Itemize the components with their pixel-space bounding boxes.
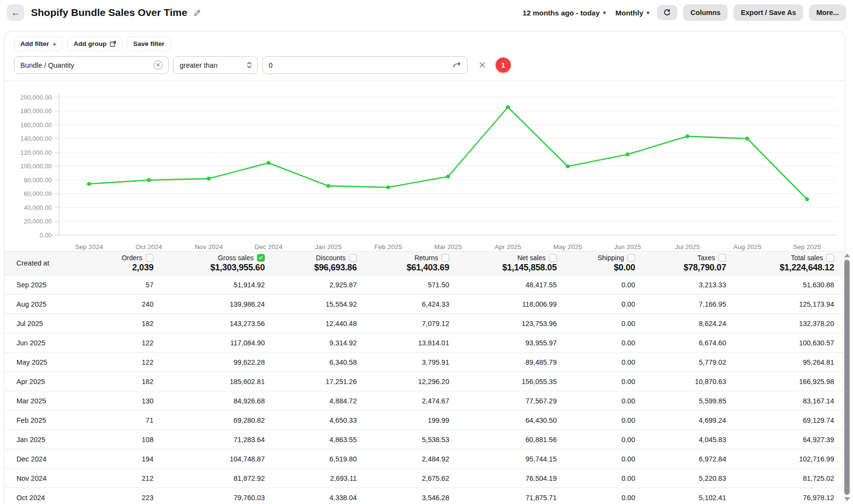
column-checkbox[interactable] — [349, 254, 357, 262]
data-point-aug-2025[interactable] — [746, 137, 749, 141]
data-point-jul-2025[interactable] — [685, 134, 689, 138]
row-period: May 2025 — [4, 353, 77, 371]
x-axis-tick-label: Mar 2025 — [434, 243, 462, 251]
table-row[interactable]: Aug 2025240139,986.2415,554.926,424.3311… — [4, 295, 845, 314]
row-value: 5,538.53 — [357, 430, 449, 449]
granularity-dropdown[interactable]: Monthly ▾ — [613, 6, 651, 20]
select-chevrons-icon — [247, 62, 252, 68]
y-axis-tick-label: 80,000.00 — [24, 177, 52, 184]
table-row[interactable]: Apr 2025182185,602.8117,251.2612,296.201… — [4, 372, 845, 391]
column-checkbox[interactable] — [146, 254, 153, 262]
column-label: Taxes — [697, 254, 715, 262]
columns-button[interactable]: Columns — [683, 4, 728, 21]
row-value: 95,264.81 — [726, 353, 834, 371]
data-point-sep-2025[interactable] — [805, 197, 809, 201]
remove-filter-button[interactable]: ✕ — [478, 59, 486, 71]
data-point-feb-2025[interactable] — [386, 185, 390, 189]
row-value: 0.00 — [557, 488, 635, 504]
row-period: Oct 2024 — [4, 488, 77, 504]
column-label: Net sales — [518, 254, 546, 262]
scrollbar-thumb[interactable] — [844, 260, 850, 495]
table-row[interactable]: Jan 202510871,283.644,863.555,538.5360,8… — [4, 430, 845, 449]
table-row[interactable]: Mar 202513084,926.684,884.722,474.6777,5… — [4, 391, 845, 411]
data-point-oct-2024[interactable] — [147, 178, 151, 182]
save-filter-button[interactable]: Save filter — [127, 36, 171, 51]
row-value: 79,760.03 — [153, 488, 265, 504]
column-label: Discounts — [316, 254, 346, 262]
table-row[interactable]: Oct 202422379,760.034,338.043,546.2871,8… — [4, 488, 845, 504]
row-value: 0.00 — [557, 391, 635, 410]
table-row[interactable]: Feb 20257169,280.824,650.33199.9964,430.… — [4, 411, 845, 430]
export-save-as-button[interactable]: Export / Save As — [733, 4, 803, 21]
column-checkbox[interactable] — [549, 254, 557, 262]
column-checkbox[interactable] — [627, 254, 635, 262]
row-value: 199.99 — [357, 411, 449, 430]
table-row[interactable]: May 202512299,622.286,340.583,795.9189,4… — [4, 353, 845, 372]
column-checkbox[interactable] — [718, 254, 726, 262]
x-axis-tick-label: Aug 2025 — [733, 243, 762, 251]
data-point-jun-2025[interactable] — [625, 152, 629, 156]
table-row[interactable]: Jun 2025122117,084.909,314.9213,814.0193… — [4, 333, 845, 353]
column-checkbox-checked[interactable]: ✓ — [257, 254, 265, 262]
back-arrow-icon: ← — [11, 8, 20, 18]
column-checkbox[interactable] — [442, 254, 449, 262]
table-row[interactable]: Nov 202421281,872.922,693.112,675.6276,5… — [4, 469, 845, 488]
x-axis-tick-label: Dec 2024 — [255, 243, 283, 251]
row-value: 3,213.33 — [635, 275, 726, 294]
scroll-down-icon[interactable] — [844, 497, 850, 501]
row-period: Jul 2025 — [4, 314, 77, 333]
column-checkbox[interactable] — [826, 254, 834, 262]
clear-field-icon[interactable]: ✕ — [153, 60, 163, 70]
row-value: 4,863.55 — [265, 430, 357, 449]
redo-icon[interactable] — [453, 62, 461, 69]
column-header-total-sales: Total sales$1,224,648.12 — [726, 252, 834, 275]
add-filter-button[interactable]: Add filter + — [14, 36, 63, 51]
y-axis-tick-label: 120,000.00 — [20, 149, 52, 156]
row-period: Apr 2025 — [4, 372, 77, 391]
data-point-jan-2025[interactable] — [326, 184, 330, 188]
edit-title-icon[interactable] — [193, 9, 201, 17]
row-value: 143,273.56 — [153, 314, 265, 333]
row-value: 0.00 — [557, 372, 635, 391]
row-value: 8,624.24 — [635, 314, 726, 333]
data-point-mar-2025[interactable] — [446, 175, 450, 178]
filter-field-input[interactable]: Bundle / Quantity ✕ — [14, 56, 169, 74]
row-value: 10,870.63 — [635, 372, 726, 391]
date-range-dropdown[interactable]: 12 months ago - today ▾ — [521, 6, 608, 20]
data-point-dec-2024[interactable] — [267, 161, 271, 165]
gross-sales-line — [89, 107, 807, 200]
row-value: 122 — [77, 353, 153, 371]
x-axis-tick-label: Sep 2025 — [793, 243, 821, 251]
y-axis-tick-label: 60,000.00 — [24, 190, 52, 197]
filter-operator-select[interactable]: greater than — [173, 56, 258, 74]
scroll-up-icon[interactable] — [844, 253, 850, 257]
row-value: 0.00 — [557, 295, 635, 313]
y-axis-tick-label: 0.00 — [40, 232, 52, 239]
table-scrollbar[interactable] — [843, 252, 851, 504]
data-point-may-2025[interactable] — [566, 164, 570, 168]
row-value: 71 — [77, 411, 153, 430]
back-button[interactable]: ← — [7, 4, 24, 21]
row-value: 0.00 — [557, 430, 635, 449]
more-button[interactable]: More... — [809, 4, 846, 21]
data-point-nov-2024[interactable] — [207, 177, 211, 180]
column-total: $96,693.86 — [314, 263, 357, 273]
data-point-apr-2025[interactable] — [506, 105, 510, 109]
row-value: 12,296.20 — [357, 372, 449, 391]
refresh-button[interactable] — [657, 5, 677, 20]
chevron-down-icon: ▾ — [603, 10, 606, 16]
add-group-button[interactable]: Add group — [67, 36, 122, 51]
row-value: 125,173.94 — [726, 295, 834, 313]
row-value: 57 — [77, 275, 153, 294]
table-row[interactable]: Sep 20255751,914.922,925.87571.5048,417.… — [4, 275, 845, 295]
table-row[interactable]: Jul 2025182143,273.5612,440.487,079.1212… — [4, 314, 845, 333]
row-value: 4,699.24 — [635, 411, 726, 430]
row-period: Mar 2025 — [4, 391, 77, 410]
row-value: 3,795.91 — [357, 353, 449, 371]
filter-value-input[interactable]: 0 — [262, 56, 468, 74]
row-value: 6,340.58 — [265, 353, 357, 371]
data-point-sep-2024[interactable] — [87, 182, 91, 186]
filter-condition-row: Bundle / Quantity ✕ greater than 0 ✕ 1 — [4, 56, 845, 74]
row-value: 0.00 — [557, 469, 635, 488]
table-row[interactable]: Dec 2024194104,748.876,519.802,484.9295,… — [4, 449, 845, 469]
